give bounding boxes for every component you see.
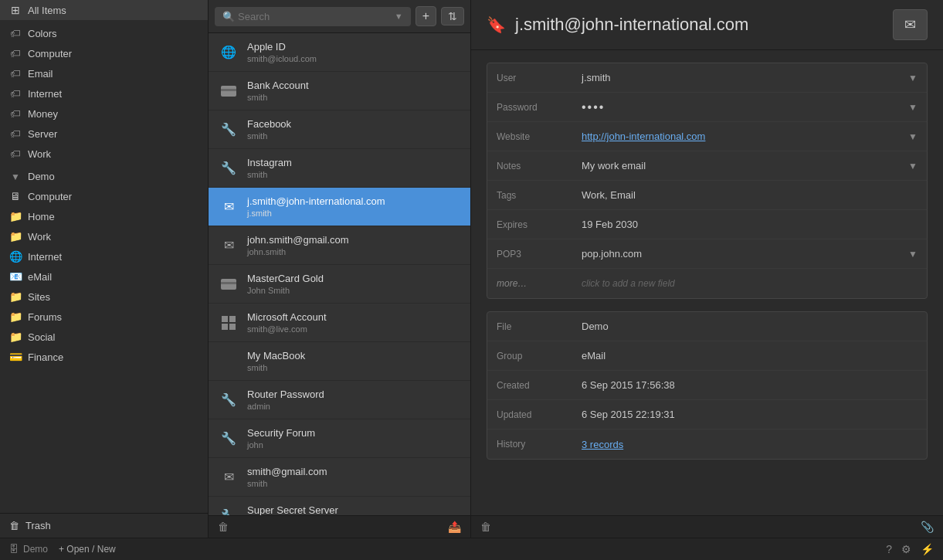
card-icon-bank [218,80,239,102]
sidebar-item-demo-internet[interactable]: 🌐 Internet [0,246,208,266]
help-icon[interactable]: ? [886,543,892,555]
sidebar-item-all-items[interactable]: ⊞ All Items [0,0,208,20]
value-created: 6 Sep 2015 17:56:38 [572,373,927,397]
folder-icon-work: 📁 [9,230,22,243]
sidebar-social-label: Social [28,331,55,343]
value-history[interactable]: 3 records [572,433,927,456]
value-website[interactable]: http://john-international.com [572,124,899,148]
flash-icon[interactable]: ⚡ [921,543,934,555]
website-link[interactable]: http://john-international.com [582,131,705,142]
item-sub-router-pw: admin [247,402,461,411]
list-item-jsmith-email[interactable]: ✉ j.smith@john-international.com j.smith [209,188,470,226]
search-dropdown-icon[interactable]: ▼ [395,12,403,21]
value-expires[interactable]: 19 Feb 2030 [572,212,927,236]
item-title-mastercard: MasterCard Gold [247,273,461,284]
list-item-instagram[interactable]: 🔧 Instagram smith [209,149,470,188]
sidebar-item-demo-finance[interactable]: 💳 Finance [0,347,208,367]
key-icon-security: 🔧 [218,428,239,450]
sidebar-email-label: Email [28,68,53,80]
trash-label: Trash [25,520,51,531]
list-item-bank-account[interactable]: Bank Account smith [209,72,470,110]
expand-user[interactable]: ▼ [899,66,927,90]
item-title-jsmith: j.smith@john-international.com [247,195,461,207]
detail-row-created: Created 6 Sep 2015 17:56:38 [487,371,927,400]
list-item-microsoft[interactable]: Microsoft Account smith@live.com [209,304,470,342]
sidebar-item-demo[interactable]: ▼ Demo [0,167,208,186]
sidebar-item-demo-computer[interactable]: 🖥 Computer [0,186,208,206]
sort-button[interactable]: ⇅ [441,7,464,25]
sidebar-item-demo-forums[interactable]: 📁 Forums [0,307,208,327]
list-item-apple-id[interactable]: 🌐 Apple ID smith@icloud.com [209,33,470,72]
detail-row-more: more… click to add a new field [487,269,927,298]
list-item-router-pw[interactable]: 🔧 Router Password admin [209,381,470,419]
item-sub-bank: smith [247,93,461,102]
expand-password[interactable]: ▼ [899,96,927,119]
sidebar-item-computer[interactable]: 🏷 Computer [0,43,208,63]
label-more: more… [487,272,572,295]
expand-website[interactable]: ▼ [899,125,927,148]
sidebar-item-trash[interactable]: 🗑 Trash [0,513,208,538]
sidebar-item-demo-home[interactable]: 📁 Home [0,206,208,226]
value-password[interactable]: •••• [572,94,899,120]
list-item-facebook[interactable]: 🔧 Facebook smith [209,110,470,149]
trash-icon: 🗑 [9,520,19,531]
sidebar-demo-label: Demo [28,171,55,182]
sidebar-item-work[interactable]: 🏷 Work [0,144,208,164]
sidebar-all-items-label: All Items [28,5,66,16]
sidebar-item-money[interactable]: 🏷 Money [0,104,208,124]
sidebar-item-email[interactable]: 🏷 Email [0,63,208,83]
trash-detail-icon[interactable]: 🗑 [480,521,491,533]
history-link[interactable]: 3 records [582,439,623,450]
sidebar-item-server[interactable]: 🏷 Server [0,124,208,144]
item-sub-smith-gmail: smith [247,479,461,488]
item-title-microsoft: Microsoft Account [247,311,461,323]
value-notes[interactable]: My work email [572,154,899,178]
sidebar-finance-label: Finance [28,351,63,363]
sidebar-item-demo-social[interactable]: 📁 Social [0,327,208,347]
list-item-mastercard[interactable]: MasterCard Gold John Smith [209,265,470,304]
expand-notes[interactable]: ▼ [899,154,927,178]
open-new-button[interactable]: + Open / New [59,544,116,555]
svg-rect-4 [222,316,228,322]
sidebar: ⊞ All Items 🏷 Colors 🏷 Computer 🏷 Email … [0,0,209,538]
value-more[interactable]: click to add a new field [572,272,927,295]
settings-icon[interactable]: ⚙ [901,543,911,555]
value-pop3[interactable]: pop.john.com [572,242,899,266]
detail-row-pop3: POP3 pop.john.com ▼ [487,239,927,269]
item-sub-security-forum: john [247,440,461,450]
value-user[interactable]: j.smith [572,66,899,90]
search-box[interactable]: 🔍 ▼ [215,7,411,26]
detail-body: User j.smith ▼ Password •••• ▼ Website h… [471,50,943,515]
label-notes: Notes [487,154,572,178]
folder-icon-sites: 📁 [9,290,22,303]
search-input[interactable] [238,11,392,22]
value-tags[interactable]: Work, Email [572,183,927,207]
sidebar-item-demo-email[interactable]: 📧 eMail [0,266,208,287]
key-icon-super: 🔧 [218,505,239,516]
list-item-super-secret[interactable]: 🔧 Super Secret Server root [209,497,470,515]
database-icon: 🗄 [9,544,19,555]
list-item-security-forum[interactable]: 🔧 Security Forum john [209,419,470,458]
add-button[interactable]: + [416,6,436,26]
delete-icon[interactable]: 🗑 [218,521,229,533]
svg-rect-7 [229,324,236,330]
detail-header: 🔖 j.smith@john-international.com ✉ [471,0,943,50]
list-item-smith-gmail[interactable]: ✉ smith@gmail.com smith [209,458,470,497]
list-item-macbook[interactable]: My MacBook smith [209,342,470,381]
folder-icon-forums: 📁 [9,311,22,323]
send-email-button[interactable]: ✉ [893,9,928,40]
attachment-icon[interactable]: 📎 [921,521,934,533]
detail-panel: 🔖 j.smith@john-international.com ✉ User … [471,0,943,538]
sidebar-demo-computer-label: Computer [28,191,72,202]
grid-icon: ⊞ [9,4,22,16]
folder-icon-social: 📁 [9,331,22,343]
expand-pop3[interactable]: ▼ [899,243,927,266]
sidebar-item-demo-sites[interactable]: 📁 Sites [0,287,208,307]
list-item-john-gmail[interactable]: ✉ john.smith@gmail.com john.smith [209,226,470,265]
sidebar-item-colors[interactable]: 🏷 Colors [0,23,208,43]
bottom-bar: 🗄 Demo + Open / New ? ⚙ ⚡ [0,538,943,560]
share-icon[interactable]: 📤 [448,521,461,533]
sidebar-item-internet[interactable]: 🏷 Internet [0,83,208,104]
sidebar-item-demo-work[interactable]: 📁 Work [0,226,208,246]
list-items: 🌐 Apple ID smith@icloud.com Bank Account… [209,33,470,515]
